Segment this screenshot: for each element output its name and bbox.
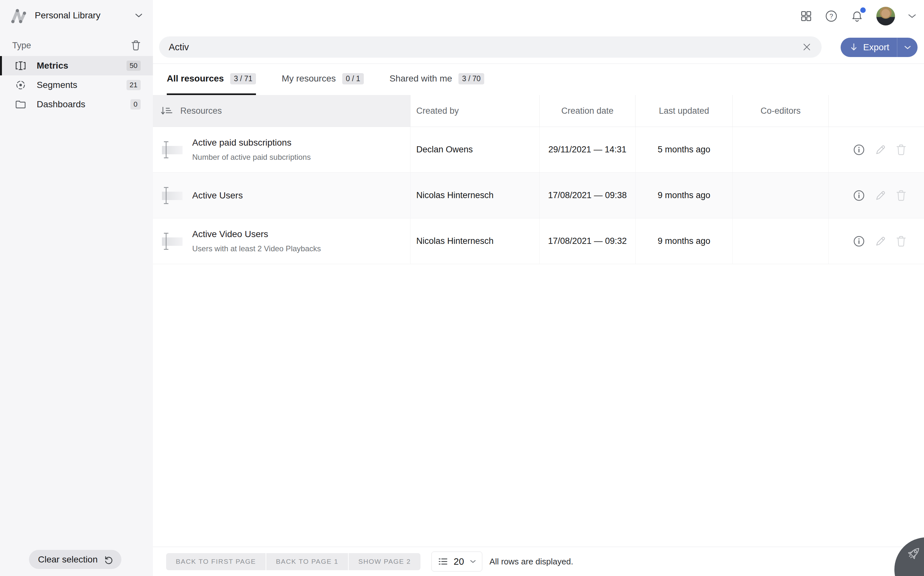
info-icon: [852, 235, 865, 248]
table-row[interactable]: Active paid subscriptions Number of acti…: [153, 127, 924, 173]
type-filter-list: Metrics 50 Segments 21 Dashboards 0: [0, 56, 153, 114]
search-bar: [159, 37, 822, 58]
resource-cell: Active Video Users Users with at least 2…: [153, 218, 410, 264]
creation-date-cell: 17/08/2021 — 09:38: [539, 173, 635, 218]
back-to-first-page-button[interactable]: BACK TO FIRST PAGE: [166, 553, 266, 570]
resource-title: Active Video Users: [192, 229, 321, 239]
edit-button[interactable]: [874, 143, 887, 157]
clear-selection-button[interactable]: Clear selection: [29, 550, 121, 569]
column-header-resources[interactable]: Resources: [153, 95, 410, 126]
last-updated-cell: 5 months ago: [635, 127, 732, 172]
info-button[interactable]: [852, 189, 866, 203]
sidebar-item-count: 21: [126, 80, 141, 90]
pencil-icon: [875, 144, 887, 156]
row-actions: [828, 173, 924, 218]
page-size-value: 20: [454, 556, 464, 567]
folder-icon: [15, 99, 26, 110]
column-header-creation-date: Creation date: [539, 95, 635, 126]
edit-button[interactable]: [874, 189, 887, 202]
info-icon: [852, 143, 865, 156]
tab-all-resources[interactable]: All resources 3 / 71: [167, 64, 256, 95]
created-by-cell: Nicolas Hinternesch: [410, 173, 539, 218]
column-header-label: Created by: [416, 106, 459, 116]
export-label: Export: [863, 42, 889, 53]
back-to-page-1-button[interactable]: BACK TO PAGE 1: [266, 553, 348, 570]
main-content: ?: [153, 0, 924, 576]
metric-glyph-icon: [161, 231, 184, 251]
tab-count-badge: 3 / 70: [458, 73, 484, 85]
clear-search-icon[interactable]: [801, 41, 812, 53]
resource-tabs: All resources 3 / 71 My resources 0 / 1 …: [153, 64, 924, 95]
help-icon[interactable]: ?: [825, 10, 838, 22]
account-chevron-down-icon[interactable]: [908, 14, 916, 18]
sidebar-item-label: Metrics: [37, 61, 68, 71]
trash-icon: [896, 144, 906, 156]
edit-button[interactable]: [874, 235, 887, 248]
resource-title: Active paid subscriptions: [192, 138, 311, 148]
column-header-co-editors: Co-editors: [732, 95, 828, 126]
sidebar: Personal Library Type Metrics 50: [0, 0, 153, 576]
co-editors-cell: [732, 173, 828, 218]
trash-icon: [896, 235, 906, 247]
list-icon: [438, 557, 448, 566]
topbar-icon-strip: ?: [800, 6, 916, 26]
info-button[interactable]: [852, 234, 866, 248]
delete-button[interactable]: [895, 235, 907, 248]
resources-table: Resources Created by Creation date Last …: [153, 95, 924, 264]
created-by-cell: Declan Owens: [410, 127, 539, 172]
rows-status-text: All rows are displayed.: [489, 557, 573, 566]
search-input[interactable]: [169, 42, 801, 53]
resource-description: Number of active paid subcriptions: [192, 153, 311, 162]
show-page-2-button[interactable]: SHOW PAGE 2: [349, 553, 420, 570]
trash-icon: [131, 40, 141, 51]
table-row[interactable]: Active Users Nicolas Hinternesch 17/08/2…: [153, 173, 924, 218]
sidebar-item-count: 50: [126, 61, 141, 71]
sidebar-item-dashboards[interactable]: Dashboards 0: [0, 95, 153, 114]
library-app: { "app": { "workspace_name": "Personal L…: [0, 0, 924, 576]
resource-title: Active Users: [192, 190, 243, 201]
co-editors-cell: [732, 127, 828, 172]
pencil-icon: [875, 235, 887, 247]
sidebar-item-segments[interactable]: Segments 21: [0, 75, 153, 95]
clear-type-filter-button[interactable]: [131, 40, 141, 51]
page-size-dropdown[interactable]: 20: [431, 552, 482, 571]
column-header-label: Creation date: [561, 106, 613, 116]
metrics-icon: [15, 60, 26, 72]
page-size-chevron-down-icon: [470, 560, 476, 563]
column-header-label: Resources: [180, 106, 222, 116]
sidebar-item-metrics[interactable]: Metrics 50: [0, 56, 153, 75]
undo-icon: [103, 555, 113, 565]
type-filter-header: Type: [0, 31, 153, 56]
notifications-bell-icon[interactable]: [851, 10, 863, 22]
row-actions: [828, 218, 924, 264]
delete-button[interactable]: [895, 189, 907, 202]
rocket-icon: [905, 544, 923, 562]
user-avatar[interactable]: [876, 7, 895, 26]
table-row[interactable]: Active Video Users Users with at least 2…: [153, 218, 924, 264]
tab-my-resources[interactable]: My resources 0 / 1: [282, 64, 364, 95]
pager-button-group: BACK TO FIRST PAGE BACK TO PAGE 1 SHOW P…: [166, 553, 420, 570]
info-button[interactable]: [852, 143, 866, 157]
delete-button[interactable]: [895, 143, 907, 157]
apps-grid-icon[interactable]: [800, 10, 812, 22]
column-header-created-by: Created by: [410, 95, 539, 126]
tab-label: Shared with me: [389, 74, 452, 84]
tab-count-badge: 0 / 1: [342, 73, 364, 85]
tab-label: All resources: [167, 74, 224, 84]
tab-shared-with-me[interactable]: Shared with me 3 / 70: [389, 64, 484, 95]
resource-description: Users with at least 2 Video Playbacks: [192, 244, 321, 253]
export-options-chevron-icon[interactable]: [897, 38, 918, 57]
top-bar: ?: [153, 0, 924, 64]
column-header-last-updated: Last updated: [635, 95, 732, 126]
resource-cell: Active Users: [153, 173, 410, 218]
workspace-switcher[interactable]: Personal Library: [0, 0, 153, 31]
creation-date-cell: 29/11/2021 — 14:31: [539, 127, 635, 172]
sidebar-item-label: Segments: [37, 80, 77, 90]
last-updated-cell: 9 months ago: [635, 173, 732, 218]
trash-icon: [896, 189, 906, 202]
info-icon: [852, 189, 865, 202]
sort-descending-icon: [160, 106, 172, 116]
sidebar-item-label: Dashboards: [37, 99, 85, 110]
export-button[interactable]: Export: [841, 38, 897, 57]
co-editors-cell: [732, 218, 828, 264]
